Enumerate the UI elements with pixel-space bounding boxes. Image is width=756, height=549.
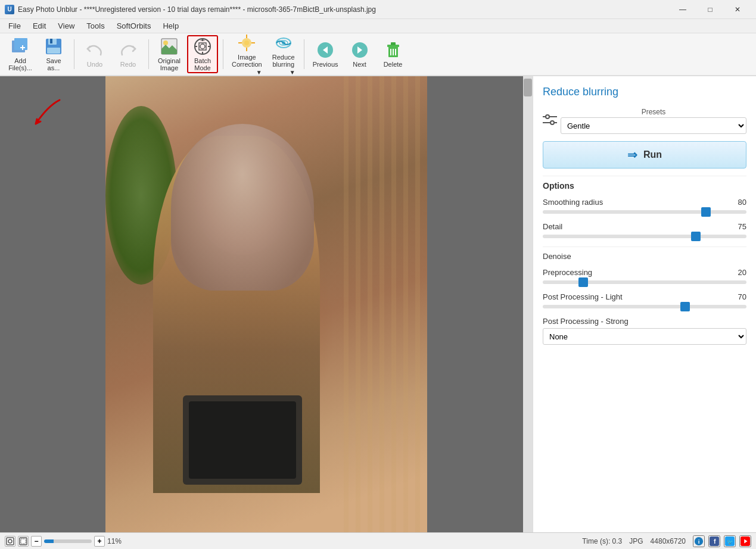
toolbar-sep-4 xyxy=(304,39,304,69)
close-button[interactable]: ✕ xyxy=(724,0,751,19)
original-image-icon xyxy=(160,37,179,56)
arrow-annotation xyxy=(18,94,77,144)
detail-row: Detail 75 xyxy=(543,222,746,239)
menu-bar: File Edit View Tools SoftOrbits Help xyxy=(0,19,756,33)
redo-button[interactable]: Redo xyxy=(113,35,144,73)
post-light-track[interactable] xyxy=(543,305,746,308)
original-image-button[interactable]: Original Image xyxy=(154,35,185,73)
zoom-controls: − + 11% xyxy=(5,536,126,547)
undo-label: Undo xyxy=(87,61,102,68)
toolbar-sep-2 xyxy=(148,39,149,69)
save-as-label: Save as... xyxy=(46,57,61,71)
facebook-icon-button[interactable]: f xyxy=(708,535,720,547)
menu-file[interactable]: File xyxy=(2,20,27,32)
reduce-blurring-arrow: ▼ xyxy=(290,69,295,76)
youtube-icon-button[interactable] xyxy=(739,535,751,547)
svg-point-38 xyxy=(550,121,554,124)
presets-adjust-icon xyxy=(543,114,557,129)
app-icon: U xyxy=(5,5,14,14)
add-files-button[interactable]: Add File(s)... xyxy=(5,35,36,73)
image-dimensions: 4480x6720 xyxy=(651,537,686,545)
presets-row: Presets Gentle Moderate Strong Custom xyxy=(543,108,746,134)
smoothing-radius-track[interactable] xyxy=(543,210,746,214)
main-area: Reduce blurring Presets Gentle Moder xyxy=(0,76,756,532)
batch-mode-button[interactable]: Batch Mode xyxy=(187,35,218,73)
minimize-button[interactable]: — xyxy=(669,0,696,19)
image-correction-arrow: ▼ xyxy=(256,69,262,76)
save-as-button[interactable]: Save as... xyxy=(38,35,69,73)
delete-icon xyxy=(384,40,403,60)
smoothing-radius-row: Smoothing radius 80 xyxy=(543,198,746,215)
preprocessing-label: Preprocessing xyxy=(543,268,592,277)
info-icon-button[interactable]: i xyxy=(693,535,705,547)
toolbar-sep-1 xyxy=(74,39,74,69)
reduce-blurring-button[interactable]: Reduce blurring ▼ xyxy=(268,35,299,73)
zoom-fit-icon[interactable] xyxy=(5,536,15,547)
zoom-slider[interactable] xyxy=(44,539,92,543)
redo-icon xyxy=(119,40,138,60)
svg-rect-7 xyxy=(47,48,60,54)
image-correction-label: Image Correction xyxy=(232,54,262,68)
menu-help[interactable]: Help xyxy=(157,20,185,32)
original-image-label: Original Image xyxy=(158,57,181,71)
menu-edit[interactable]: Edit xyxy=(27,20,52,32)
post-light-thumb[interactable] xyxy=(680,302,690,311)
detail-thumb[interactable] xyxy=(691,232,701,241)
svg-point-40 xyxy=(8,539,12,543)
zoom-plus-button[interactable]: + xyxy=(94,536,105,547)
maximize-button[interactable]: □ xyxy=(696,0,724,19)
vertical-scrollbar[interactable] xyxy=(523,76,533,532)
run-arrow-icon: ⇒ xyxy=(627,148,637,162)
next-label: Next xyxy=(353,61,366,68)
presets-label: Presets xyxy=(561,108,746,116)
batch-mode-icon xyxy=(193,37,212,56)
preset-select[interactable]: Gentle Moderate Strong Custom xyxy=(561,117,746,134)
add-files-icon xyxy=(11,37,30,56)
preprocessing-row: Preprocessing 20 xyxy=(543,268,746,285)
svg-text:f: f xyxy=(714,537,716,544)
scroll-thumb[interactable] xyxy=(524,79,532,96)
svg-point-11 xyxy=(200,44,205,49)
delete-button[interactable]: Delete xyxy=(378,35,409,73)
toolbar: Add File(s)... Save as... Undo xyxy=(0,33,756,76)
svg-point-36 xyxy=(546,115,549,118)
image-correction-button[interactable]: Image Correction ▼ xyxy=(228,35,266,73)
zoom-minus-button[interactable]: − xyxy=(31,536,42,547)
image-panel[interactable] xyxy=(0,76,533,532)
file-format: JPG xyxy=(629,537,643,545)
add-files-label: Add File(s)... xyxy=(8,57,32,71)
preprocessing-track[interactable] xyxy=(543,280,746,284)
next-button[interactable]: Next xyxy=(344,35,375,73)
delete-label: Delete xyxy=(384,61,403,68)
menu-view[interactable]: View xyxy=(52,20,80,32)
run-label: Run xyxy=(643,149,662,160)
window-title: Easy Photo Unblur - ****Unregistered ver… xyxy=(18,5,376,14)
svg-rect-6 xyxy=(50,39,52,43)
preprocessing-thumb[interactable] xyxy=(578,277,588,287)
twitter-icon-button[interactable]: 🐦 xyxy=(724,535,736,547)
right-panel: Reduce blurring Presets Gentle Moder xyxy=(533,76,756,532)
svg-text:i: i xyxy=(698,538,700,544)
reduce-blurring-label: Reduce blurring xyxy=(272,54,295,68)
svg-rect-42 xyxy=(21,539,26,544)
status-icons: i f 🐦 xyxy=(693,535,751,547)
run-button[interactable]: ⇒ Run xyxy=(543,141,746,169)
smoothing-radius-label: Smoothing radius xyxy=(543,198,603,207)
post-strong-select[interactable]: None Soft Medium Hard xyxy=(543,328,746,345)
zoom-percentage: 11% xyxy=(107,537,126,545)
undo-button[interactable]: Undo xyxy=(79,35,110,73)
menu-softorbits[interactable]: SoftOrbits xyxy=(111,20,157,32)
previous-button[interactable]: Previous xyxy=(309,35,342,73)
batch-mode-label: Batch Mode xyxy=(194,57,211,71)
detail-value: 75 xyxy=(738,222,746,231)
menu-tools[interactable]: Tools xyxy=(80,20,110,32)
svg-point-17 xyxy=(244,40,249,45)
previous-icon xyxy=(316,40,335,60)
detail-track[interactable] xyxy=(543,235,746,238)
post-light-row: Post Processing - Light 70 xyxy=(543,292,746,310)
zoom-select-icon[interactable] xyxy=(18,536,29,547)
post-light-value: 70 xyxy=(738,292,746,301)
smoothing-radius-thumb[interactable] xyxy=(701,207,711,217)
image-correction-icon xyxy=(237,33,256,52)
post-strong-row: Post Processing - Strong None Soft Mediu… xyxy=(543,317,746,345)
